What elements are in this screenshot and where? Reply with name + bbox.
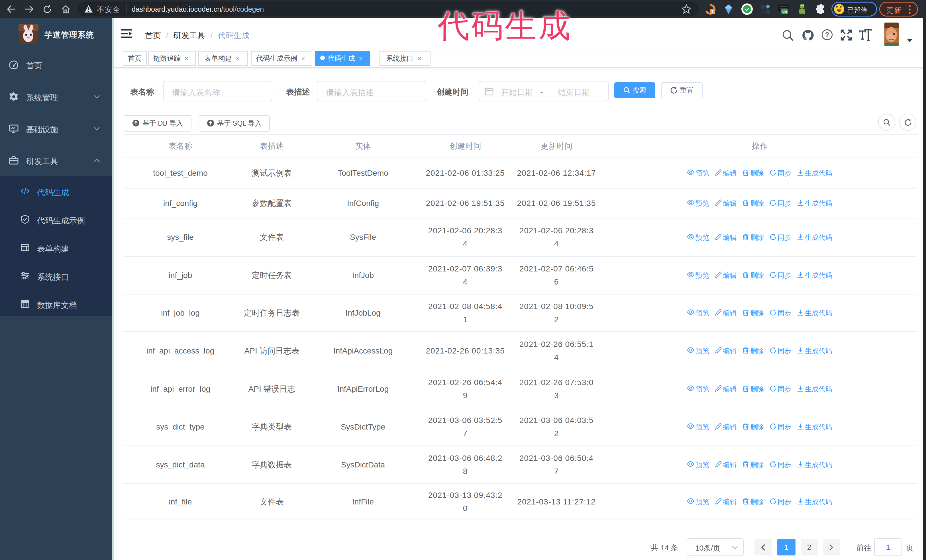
svg-text:on: on xyxy=(782,9,787,14)
svg-text:?: ? xyxy=(825,31,829,38)
svg-text:1: 1 xyxy=(711,9,714,14)
